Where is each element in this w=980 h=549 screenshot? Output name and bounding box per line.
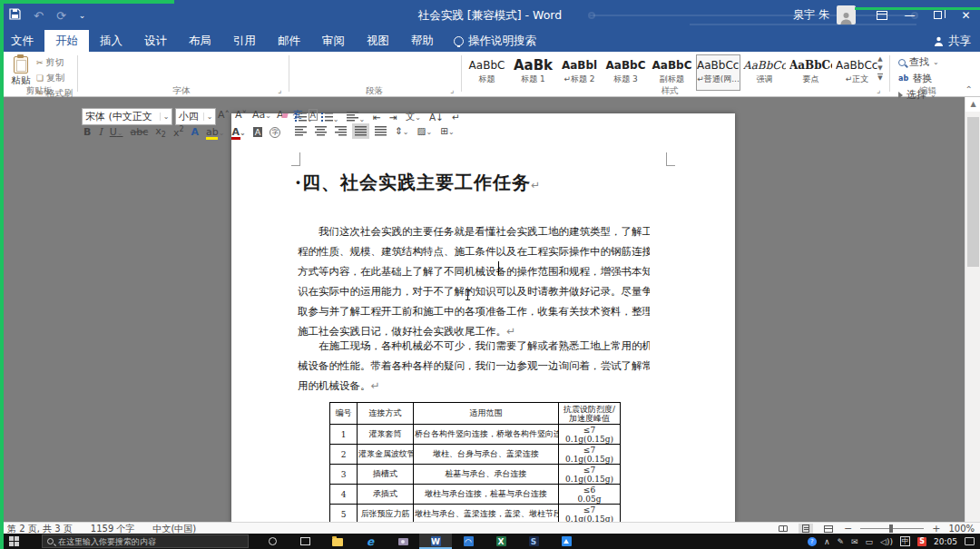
paragraph-dialog-launcher-icon[interactable]: ⌟ xyxy=(450,85,454,94)
find-button[interactable]: 查找⌄ xyxy=(898,55,939,69)
replace-button[interactable]: ab替换 xyxy=(898,72,939,85)
decrease-indent-button[interactable]: ⇤ xyxy=(373,112,381,123)
zoom-level[interactable]: 100% xyxy=(948,524,975,534)
tell-me-search[interactable]: 操作说明搜索 xyxy=(445,30,545,52)
sort-button[interactable]: A↓ xyxy=(429,112,444,123)
zoom-slider-thumb[interactable] xyxy=(889,524,893,533)
scrollbar-thumb[interactable] xyxy=(967,117,979,267)
tab-review[interactable]: 审阅 xyxy=(311,30,356,52)
font-color-button[interactable]: A⌄ xyxy=(231,126,245,138)
tab-insert[interactable]: 插入 xyxy=(89,30,133,52)
account-name[interactable]: 泉宇 朱 xyxy=(793,7,829,23)
mail-tray-icon[interactable]: ✉ xyxy=(851,537,858,546)
start-button[interactable] xyxy=(9,536,19,546)
superscript-button[interactable]: x2 xyxy=(173,125,184,139)
font-dialog-launcher-icon[interactable]: ⌟ xyxy=(278,85,281,94)
avatar[interactable] xyxy=(837,5,856,25)
edge-button[interactable]: e xyxy=(354,534,387,549)
task-view-button[interactable] xyxy=(289,534,321,549)
file-explorer-button[interactable] xyxy=(321,534,354,549)
word-app-button[interactable]: W xyxy=(419,534,452,549)
display-tray-icon[interactable]: ▭ xyxy=(866,537,874,546)
borders-button[interactable]: ⊞⌄ xyxy=(440,125,455,136)
tab-design[interactable]: 设计 xyxy=(133,30,178,52)
action-center-icon[interactable] xyxy=(965,537,975,545)
restore-button[interactable] xyxy=(924,0,952,30)
tab-mailings[interactable]: 邮件 xyxy=(267,30,311,52)
highlight-color-button[interactable]: ab⌄ xyxy=(206,126,224,138)
asian-layout-button[interactable]: 文⌄ xyxy=(406,111,421,123)
clipboard-dialog-launcher-icon[interactable]: ⌟ xyxy=(67,85,71,94)
print-layout-button[interactable] xyxy=(799,524,813,534)
collapse-ribbon-icon[interactable]: ⌃ xyxy=(965,84,973,94)
align-center-button[interactable] xyxy=(315,126,327,136)
excel-app-button[interactable]: X xyxy=(485,534,517,549)
help-tray-icon[interactable]: ? xyxy=(808,537,817,546)
grow-font-button[interactable]: A˄ xyxy=(218,109,230,121)
show-marks-button[interactable]: ↵ xyxy=(452,112,460,123)
scissors-icon: ✂ xyxy=(36,58,44,67)
clock[interactable]: 20:05 xyxy=(934,537,957,546)
tab-layout[interactable]: 布局 xyxy=(178,30,222,52)
web-layout-button[interactable] xyxy=(821,524,836,534)
dark-app-button[interactable]: S xyxy=(517,534,550,549)
taskbar-search[interactable] xyxy=(42,534,249,548)
search-input[interactable] xyxy=(58,537,240,546)
styles-more-icon[interactable]: ▼ xyxy=(877,74,882,82)
minimize-button[interactable]: — xyxy=(896,0,924,30)
cell-method: 灌浆套筒 xyxy=(358,425,414,445)
strikethrough-button[interactable]: abc xyxy=(131,126,149,138)
subscript-button[interactable]: x2 xyxy=(155,125,166,139)
scroll-up-icon[interactable]: ▲ xyxy=(965,97,980,112)
vertical-scrollbar[interactable]: ▲ xyxy=(965,97,980,522)
styles-scroll-down-icon[interactable]: ▼ xyxy=(877,64,882,72)
word-icon: W xyxy=(431,536,441,546)
italic-button[interactable]: I xyxy=(98,126,102,138)
tab-references[interactable]: 引用 xyxy=(222,30,267,52)
align-left-button[interactable] xyxy=(295,126,307,136)
paragraph-2: 在施工现场，各种机械必不可少，我们需要了解或者熟悉工地上常用的机 械设备的性能。… xyxy=(298,336,650,396)
change-case-button[interactable]: Aa⌄ xyxy=(252,109,271,121)
distribute-button[interactable] xyxy=(375,126,387,136)
font-size-combo[interactable]: 小四⌄ xyxy=(175,108,216,125)
character-shading-button[interactable]: A xyxy=(253,127,263,137)
font-name-combo[interactable]: 宋体 (中文正文⌄ xyxy=(82,108,172,125)
tab-file[interactable]: 文件 xyxy=(0,30,44,52)
camera-app-button[interactable] xyxy=(387,534,419,549)
tab-view[interactable]: 视图 xyxy=(356,30,400,52)
mountain-app-button[interactable] xyxy=(550,534,583,549)
volume-tray-icon[interactable]: ◁)) xyxy=(880,537,893,546)
line-spacing-button[interactable]: ⇕⌄ xyxy=(395,125,409,136)
pen-tray-icon[interactable]: ✎ xyxy=(838,537,845,546)
bold-button[interactable]: B xyxy=(83,126,91,138)
styles-scroll-up-icon[interactable]: ▲ xyxy=(877,55,882,63)
sogou-tray-icon[interactable]: S xyxy=(917,537,926,546)
copy-button[interactable]: ❏复制 xyxy=(36,72,74,84)
share-button[interactable]: 共享 xyxy=(934,30,971,52)
shrink-font-button[interactable]: A˅ xyxy=(235,109,247,121)
taskbar-search-app[interactable] xyxy=(256,534,289,549)
increase-indent-button[interactable]: ⇥ xyxy=(389,112,397,123)
tab-help[interactable]: 帮助 xyxy=(400,30,445,52)
ime-indicator[interactable]: 中 xyxy=(900,536,910,546)
read-mode-button[interactable] xyxy=(776,524,790,534)
zoom-slider[interactable] xyxy=(860,528,924,529)
hidden-icons-chevron[interactable]: ∧ xyxy=(824,537,830,546)
ribbon-display-options-icon[interactable] xyxy=(868,0,896,30)
numbering-button[interactable]: ⌄ xyxy=(321,108,339,125)
tab-home[interactable]: 开始 xyxy=(44,30,89,52)
align-right-button[interactable] xyxy=(335,126,347,136)
clear-formatting-button[interactable]: A xyxy=(277,109,288,121)
cut-button[interactable]: ✂剪切 xyxy=(36,56,74,69)
bullets-button[interactable]: ⌄ xyxy=(295,108,313,125)
styles-dialog-launcher-icon[interactable]: ⌟ xyxy=(877,85,880,94)
underline-button[interactable]: U⌄ xyxy=(110,126,123,138)
close-button[interactable]: ✕ xyxy=(952,0,980,30)
shading-button[interactable]: ▨⌄ xyxy=(417,125,433,136)
justify-button[interactable] xyxy=(355,126,367,136)
multilevel-list-button[interactable]: ⌄ xyxy=(347,108,365,125)
text-effects-button[interactable]: A xyxy=(191,126,200,138)
blue-app-button[interactable]: ◠ xyxy=(452,534,485,549)
enclose-characters-button[interactable]: 字 xyxy=(270,127,280,138)
document-page[interactable]: ·四、社会实践主要工作任务↵ 我们这次社会实践的主要任务就是看懂社会实践工地的建… xyxy=(231,113,735,522)
